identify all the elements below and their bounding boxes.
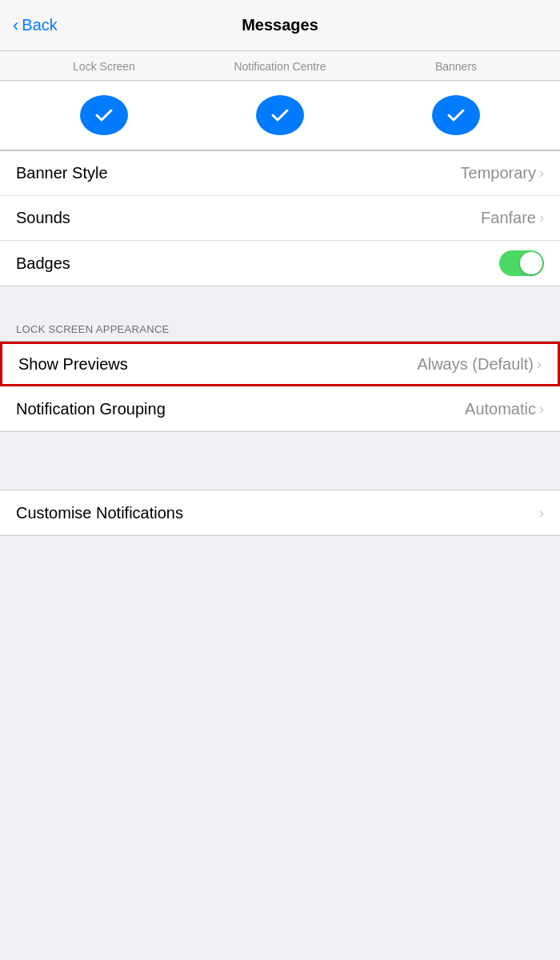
notification-centre-checkmark[interactable]: [256, 95, 304, 135]
show-previews-chevron-icon: ›: [537, 356, 542, 373]
show-previews-row[interactable]: Show Previews Always (Default) ›: [0, 342, 560, 386]
badges-label: Badges: [16, 254, 70, 273]
sounds-value-group: Fanfare ›: [481, 209, 544, 227]
lock-screen-label: Lock Screen: [73, 60, 135, 73]
section-gap-1: [0, 286, 560, 315]
navigation-bar: ‹ Back Messages: [0, 0, 560, 51]
banner-style-row[interactable]: Banner Style Temporary ›: [0, 151, 560, 196]
notification-grouping-label: Notification Grouping: [16, 400, 166, 418]
checkmarks-row: [0, 81, 560, 150]
checkmark-icon: [93, 104, 115, 126]
notification-centre-check-col[interactable]: [192, 95, 368, 135]
checkmark-icon: [445, 104, 467, 126]
show-previews-label: Show Previews: [18, 355, 128, 374]
toggle-knob: [520, 252, 542, 274]
badges-toggle[interactable]: [499, 250, 544, 276]
lock-screen-checkmark[interactable]: [80, 95, 128, 135]
banners-label: Banners: [435, 60, 477, 73]
notification-grouping-row[interactable]: Notification Grouping Automatic ›: [0, 386, 560, 431]
sounds-label: Sounds: [16, 209, 70, 227]
checkmark-icon: [269, 104, 291, 126]
banner-style-value-group: Temporary ›: [461, 164, 544, 182]
badges-row[interactable]: Badges: [0, 241, 560, 286]
lock-screen-settings-group: Show Previews Always (Default) › Notific…: [0, 341, 560, 432]
notification-grouping-chevron-icon: ›: [539, 401, 544, 418]
banners-column-header: Banners: [368, 59, 544, 74]
customise-notifications-row[interactable]: Customise Notifications ›: [0, 490, 560, 535]
back-button[interactable]: ‹ Back: [13, 15, 58, 36]
notification-centre-column-header: Notification Centre: [192, 59, 368, 74]
banner-style-value: Temporary: [461, 164, 536, 182]
banners-check-col[interactable]: [368, 95, 544, 135]
lock-screen-section-label: LOCK SCREEN APPEARANCE: [16, 323, 170, 335]
banner-style-label: Banner Style: [16, 164, 108, 182]
lock-screen-column-header: Lock Screen: [16, 59, 192, 74]
notification-type-header: Lock Screen Notification Centre Banners: [0, 51, 560, 81]
customise-notifications-chevron-icon: ›: [539, 505, 544, 522]
customise-notifications-label: Customise Notifications: [16, 504, 183, 522]
lock-screen-check-col[interactable]: [16, 95, 192, 135]
show-previews-value-group: Always (Default) ›: [417, 355, 542, 374]
customise-notifications-group: Customise Notifications ›: [0, 490, 560, 536]
lock-screen-section-header: LOCK SCREEN APPEARANCE: [0, 315, 560, 341]
back-chevron-icon: ‹: [13, 15, 18, 36]
notification-grouping-value: Automatic: [465, 400, 536, 418]
customise-notifications-value-group: ›: [539, 505, 544, 522]
notification-grouping-value-group: Automatic ›: [465, 400, 544, 418]
sounds-value: Fanfare: [481, 209, 536, 227]
sounds-row[interactable]: Sounds Fanfare ›: [0, 196, 560, 241]
banner-style-chevron-icon: ›: [539, 165, 544, 182]
notification-settings-group: Banner Style Temporary › Sounds Fanfare …: [0, 150, 560, 286]
show-previews-value: Always (Default): [417, 355, 534, 374]
notification-centre-label: Notification Centre: [234, 60, 326, 73]
page-title: Messages: [242, 16, 318, 34]
back-label: Back: [22, 16, 57, 34]
section-gap-2: [0, 432, 560, 461]
banners-checkmark[interactable]: [432, 95, 480, 135]
sounds-chevron-icon: ›: [539, 210, 544, 226]
